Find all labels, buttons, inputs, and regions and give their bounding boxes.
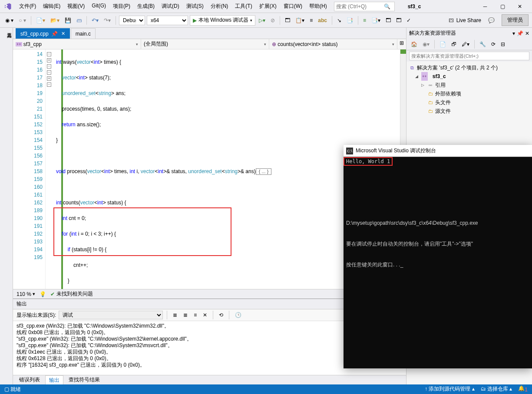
tree-refs[interactable]: ▷▫▫引用 [409,81,529,89]
out-btn-6[interactable]: 🕒 [233,311,243,319]
tb-icon-6[interactable]: ↘ [335,16,343,24]
tree-ext[interactable]: 🗀外部依赖项 [409,89,529,98]
sol-home-button[interactable]: 🏠 [409,40,419,49]
output-source-label: 显示输出来源(S): [17,312,56,319]
tab-findsym[interactable]: 查找符号结果 [65,375,103,384]
nav-fwd-button[interactable]: ○ ▾ [17,16,28,24]
menu-analyze[interactable]: 分析(N) [207,1,232,12]
open-button[interactable]: 📂▾ [49,16,61,24]
scope-label: counts(vector<int> status) [278,41,337,47]
zoom-level[interactable]: 110 % [17,291,31,297]
tb-icon-12[interactable]: ✓ [405,16,413,24]
project-name: sf3_c [399,3,430,10]
menu-help[interactable]: 帮助(H) [306,1,330,12]
feedback-icon[interactable]: 💬 [488,17,495,23]
chevron-down-icon[interactable]: ◢ [415,72,420,81]
tb-icon-7[interactable]: 📑 [345,16,355,24]
debug-console-window[interactable]: C:\ Microsoft Visual Studio 调试控制台 Hello,… [344,145,532,368]
admin-button[interactable]: 管理员 [502,14,529,26]
tree-headers[interactable]: 🗀头文件 [409,98,529,107]
console-body[interactable]: Hello, World 1 D:\mysetup\gopath\src\dsy… [344,157,532,368]
tb-icon-10[interactable]: 🗔 [384,16,393,24]
menu-tools[interactable]: 工具(T) [231,1,255,12]
close-icon[interactable]: ✕ [525,30,529,36]
tree-src[interactable]: 🗀源文件 [409,107,529,115]
out-btn-4[interactable]: ✕ [201,311,209,319]
sol-btn-6[interactable]: 🔧 [478,40,488,49]
console-titlebar[interactable]: C:\ Microsoft Visual Studio 调试控制台 [344,145,532,157]
tab-errors[interactable]: 错误列表 [16,375,43,384]
tb-icon-4[interactable]: ≡ [308,16,314,24]
sol-btn-4[interactable]: 🗗 [449,40,458,49]
menu-project[interactable]: 项目(P) [109,1,134,12]
menu-git[interactable]: Git(G) [88,1,109,12]
pin-icon[interactable]: 📌 [51,31,58,37]
tab-mainc[interactable]: main.c [71,28,96,39]
tab-output[interactable]: 输出 [45,375,63,385]
start-debug-button[interactable]: ▶ 本地 Windows 调试器 ▾ [190,15,255,26]
sol-btn-7[interactable]: ⟳ [489,40,497,49]
tree-project[interactable]: ◢++ sf3_c [409,72,529,81]
sol-search-input[interactable] [409,52,529,60]
tb-icon-2[interactable]: 🗔 [283,16,292,24]
console-line: 要在调试停止时自动关闭控制台，请启用"工具"->"选项" [346,240,529,247]
scope-project[interactable]: ++ sf3_cpp▾ [13,39,141,49]
bell-icon[interactable]: 🔔1 [518,385,528,393]
select-repo[interactable]: 🗂 选择仓库 ▴ [481,385,512,393]
bulb-icon[interactable]: 💡 [40,291,46,297]
tb-icon-1[interactable]: ⊘ [269,16,277,24]
scope-function[interactable]: ⊕ counts(vector<int> status)▾ [269,39,397,49]
undo-button[interactable]: ↶▾ [90,16,100,24]
menu-build[interactable]: 生成(B) [134,1,158,12]
live-share[interactable]: ⮹ Live Share 💬 管理员 [449,14,529,26]
menu-extensions[interactable]: 扩展(X) [256,1,280,12]
close-icon[interactable]: ✕ [61,31,65,36]
config-select[interactable]: Debug [119,16,145,25]
new-item-button[interactable]: 📄▾ [34,16,47,24]
tb-icon-11[interactable]: 🗔 [394,16,403,24]
dropdown-icon[interactable]: ▾ [512,30,515,36]
func-icon: ⊕ [272,41,276,47]
save-button[interactable]: 💾 [63,16,73,24]
tree-solution[interactable]: ⧉解决方案 'sf3_c' (2 个项目, 共 2 个) [409,63,529,72]
menu-file[interactable]: 文件(F) [16,1,40,12]
search-input[interactable] [336,3,384,10]
console-title: Microsoft Visual Studio 调试控制台 [356,147,436,154]
minimize-button[interactable]: ─ [476,0,494,13]
menu-edit[interactable]: 编辑(E) [40,1,64,12]
out-btn-1[interactable]: ≣ [171,311,179,319]
tab-active[interactable]: sf3_cpp.cpp 📌 ✕ [16,28,70,39]
fold-column[interactable]: −+−−+− [46,49,53,289]
sol-btn-3[interactable]: 📄 [438,40,448,49]
platform-select[interactable]: x64 [147,16,188,25]
source-control[interactable]: ↑ 添加到源代码管理 ▴ [425,385,475,393]
search-box[interactable]: 🔍 [334,2,395,11]
menu-view[interactable]: 视图(V) [64,1,88,12]
tb-icon-3[interactable]: 📋▾ [294,16,306,24]
maximize-button[interactable]: ▢ [494,0,511,13]
scope-global[interactable]: (全局范围)▾ [141,39,269,49]
tb-icon-9[interactable]: 📑▾ [370,16,382,24]
left-rail[interactable]: 工具箱 [0,28,13,384]
menu-debug[interactable]: 调试(D) [158,1,183,12]
pin-icon[interactable]: 📌 [517,30,523,36]
menu-test[interactable]: 测试(S) [183,1,207,12]
out-btn-2[interactable]: ≣ [182,311,189,319]
sol-btn-8[interactable]: ⊟ [499,40,507,49]
split-icon[interactable]: ⊞ [397,39,406,49]
out-btn-5[interactable]: ⟲ [217,311,225,319]
tb-icon-5[interactable]: abc [316,16,329,24]
redo-button[interactable]: ↷▾ [102,16,112,24]
output-source-select[interactable]: 调试 [59,311,163,319]
out-btn-3[interactable]: ≡ [192,311,198,319]
chevron-right-icon[interactable]: ▷ [421,81,426,89]
console-icon: C:\ [346,148,353,154]
close-button[interactable]: ✕ [511,0,529,13]
save-all-button[interactable]: 🗃 [75,16,83,24]
nav-back-button[interactable]: ◉ ▾ [3,16,15,24]
start-nodebug-button[interactable]: ▷▾ [257,16,267,24]
sol-btn-5[interactable]: 🖉▾ [460,40,471,49]
sol-btn-2[interactable]: ◉▾ [421,40,431,49]
tb-icon-8[interactable]: ≡ [361,16,368,24]
menu-window[interactable]: 窗口(W) [280,1,306,12]
